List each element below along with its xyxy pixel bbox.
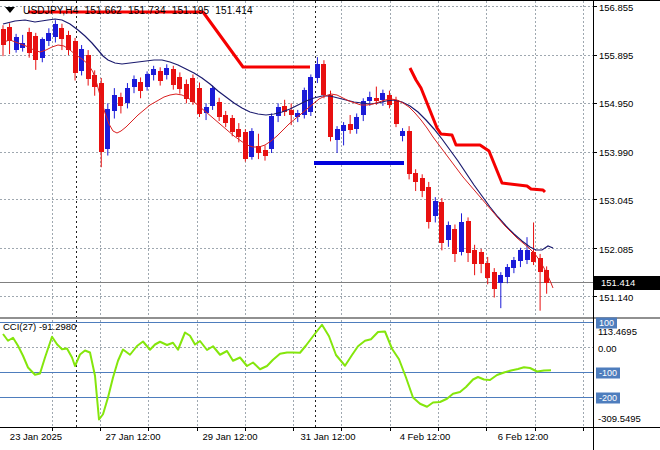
candle-body bbox=[289, 110, 294, 115]
candle-body bbox=[263, 150, 268, 155]
candle-body bbox=[400, 131, 405, 136]
candle-body bbox=[511, 260, 516, 268]
candle-body bbox=[249, 131, 254, 156]
candle-body bbox=[190, 78, 195, 101]
symbol-dropdown-icon[interactable] bbox=[5, 7, 15, 13]
candle-body bbox=[73, 41, 78, 73]
candle-body bbox=[223, 115, 228, 123]
ohlc-close: 151.414 bbox=[215, 5, 253, 16]
candle-body bbox=[367, 97, 372, 101]
current-price-badge: 151.414 bbox=[594, 276, 660, 290]
candle-body bbox=[158, 71, 163, 80]
candle-body bbox=[341, 125, 346, 131]
candle-body bbox=[14, 37, 19, 50]
candle-body bbox=[217, 102, 222, 117]
candle-body bbox=[380, 93, 385, 100]
candle-body bbox=[59, 28, 64, 39]
candle-body bbox=[236, 129, 241, 137]
candle-body bbox=[210, 88, 215, 106]
candle-body bbox=[531, 252, 536, 262]
candle-body bbox=[269, 116, 274, 149]
cci-axis-label: -309.5495 bbox=[598, 413, 641, 424]
mt4-chart-window: USDJPY,H4 151.662 151.734 151.195 151.41… bbox=[0, 0, 660, 450]
candle-body bbox=[407, 131, 412, 174]
candle-body bbox=[138, 82, 143, 91]
candle-body bbox=[492, 272, 497, 289]
cci-level-badge: -100 bbox=[596, 367, 620, 378]
candle-body bbox=[452, 229, 457, 254]
candle-body bbox=[132, 79, 137, 87]
candle-body bbox=[230, 118, 235, 132]
ohlc-high: 151.734 bbox=[128, 5, 166, 16]
symbol-timeframe-label[interactable]: USDJPY,H4 bbox=[23, 5, 79, 16]
candle-body bbox=[276, 107, 281, 116]
candle-body bbox=[46, 33, 51, 42]
time-axis-label: 6 Feb 12:00 bbox=[498, 431, 549, 442]
candle-body bbox=[171, 69, 176, 85]
time-axis-label: 31 Jan 12:00 bbox=[301, 431, 356, 442]
price-axis-label: 154.950 bbox=[599, 98, 633, 109]
chart-header: USDJPY,H4 151.662 151.734 151.195 151.41… bbox=[5, 3, 259, 17]
candle-body bbox=[420, 178, 425, 191]
time-axis-label: 23 Jan 2025 bbox=[10, 431, 62, 442]
price-axis-label: 155.895 bbox=[599, 50, 633, 61]
time-axis-label: 27 Jan 12:00 bbox=[106, 431, 161, 442]
cci-axis-label: 0.00 bbox=[598, 342, 617, 353]
candle-body bbox=[498, 275, 503, 283]
candle-body bbox=[485, 263, 490, 278]
ohlc-open: 151.662 bbox=[85, 5, 123, 16]
ohlc-low: 151.195 bbox=[172, 5, 210, 16]
candle-body bbox=[118, 97, 123, 106]
trend-step-line bbox=[410, 68, 545, 192]
time-axis-label: 4 Feb 12:00 bbox=[400, 431, 451, 442]
candle-body bbox=[315, 64, 320, 78]
cci-indicator-label: CCI(27) -91.2980 bbox=[3, 321, 76, 332]
price-axis-label: 152.085 bbox=[599, 243, 633, 254]
candle-body bbox=[7, 27, 12, 41]
candle-body bbox=[53, 24, 58, 37]
price-axis-label: 156.855 bbox=[599, 1, 633, 12]
candle-body bbox=[328, 95, 333, 138]
candle-body bbox=[479, 252, 484, 264]
candle-body bbox=[145, 74, 150, 86]
panel-separator[interactable] bbox=[0, 317, 660, 319]
candle-body bbox=[354, 117, 359, 129]
candle-body bbox=[394, 100, 399, 124]
candle-body bbox=[518, 250, 523, 260]
candle-body bbox=[125, 88, 130, 104]
candle-body bbox=[433, 201, 438, 216]
candle-body bbox=[348, 124, 353, 131]
candle-body bbox=[426, 187, 431, 222]
candle-body bbox=[335, 129, 340, 140]
candle-body bbox=[112, 95, 117, 111]
price-axis-label: 151.140 bbox=[599, 291, 633, 302]
candle-body bbox=[459, 222, 464, 251]
candle-body bbox=[466, 221, 471, 252]
candle-body bbox=[197, 88, 202, 115]
candle-body bbox=[472, 250, 477, 264]
candle-body bbox=[27, 32, 32, 53]
candle-body bbox=[177, 77, 182, 89]
candle-body bbox=[33, 36, 38, 60]
candle-body bbox=[525, 250, 530, 260]
candle-body bbox=[151, 69, 156, 75]
candle-body bbox=[321, 64, 326, 94]
price-axis-label: 153.045 bbox=[599, 194, 633, 205]
candle-body bbox=[413, 173, 418, 182]
candle-body bbox=[446, 225, 451, 241]
cci-level-badge: -200 bbox=[596, 392, 620, 403]
candle-body bbox=[505, 267, 510, 277]
cci-level-badge: 100 bbox=[596, 317, 617, 328]
price-axis-label: 153.990 bbox=[599, 147, 633, 158]
chart-svg bbox=[0, 0, 660, 450]
candle-body bbox=[164, 68, 169, 76]
candle-body bbox=[374, 98, 379, 101]
candle-body bbox=[1, 29, 6, 45]
candle-body bbox=[439, 202, 444, 243]
candle-body bbox=[40, 39, 45, 57]
time-axis-label: 29 Jan 12:00 bbox=[203, 431, 258, 442]
